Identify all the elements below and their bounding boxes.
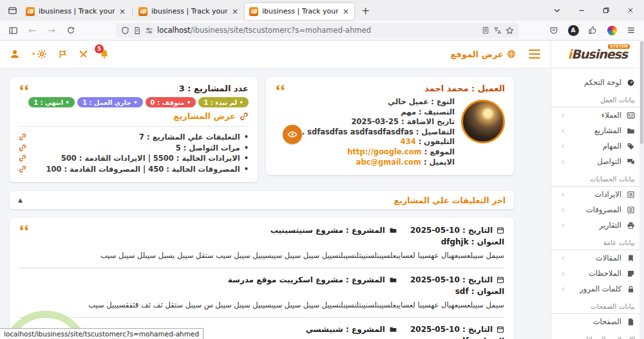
sidebar-hamburger-icon[interactable] bbox=[529, 50, 540, 59]
globe-icon bbox=[507, 50, 516, 59]
sidebar-item-tasks[interactable]: المهام bbox=[551, 138, 644, 154]
view-client-eye-button[interactable] bbox=[283, 125, 302, 144]
tab-close-icon[interactable]: × bbox=[342, 7, 350, 16]
email-link[interactable]: abc@gmail.com bbox=[356, 158, 421, 167]
view-projects-link[interactable]: عرض المشاريع bbox=[19, 111, 249, 121]
shield-icon[interactable] bbox=[121, 26, 129, 35]
comment-item: التاريخ : 10-05-2025 المشروع : مشروع سني… bbox=[19, 226, 504, 261]
badge-in-progress: جاري العمل : 1 bbox=[77, 97, 143, 107]
chevron-left-icon bbox=[560, 159, 566, 165]
client-row-date-added: تاريخ الاضافة : 25-03-2025 bbox=[296, 117, 455, 127]
notification-count-badge: 5 bbox=[95, 44, 104, 53]
divider bbox=[19, 317, 504, 318]
back-button[interactable]: ← bbox=[24, 23, 40, 37]
notifications-bell-icon[interactable]: 5 bbox=[99, 49, 109, 59]
divider bbox=[19, 126, 249, 127]
ledger-icon bbox=[627, 206, 635, 214]
chevron-left-icon bbox=[560, 286, 566, 292]
bookmark-star-icon[interactable] bbox=[506, 26, 514, 35]
sidebar-section-work: بيانات العمل bbox=[551, 90, 644, 107]
user-icon[interactable] bbox=[10, 49, 20, 59]
browser-tab-2[interactable]: iB ibusiness | Track your work with × bbox=[134, 3, 243, 20]
view-site-link[interactable]: عرض الموقع bbox=[450, 50, 516, 59]
folder-icon bbox=[389, 226, 397, 234]
brand-area: iBusinessSYSTEM bbox=[551, 41, 644, 68]
firefox-view-button[interactable] bbox=[4, 3, 21, 18]
sidebar-item-notes[interactable]: الملاحظات bbox=[551, 266, 644, 281]
browser-tab-bar: iB ibusiness | Track your work with × iB… bbox=[0, 0, 644, 21]
stat-revenues: الايرادات الحالية : 5500 | الايرادات الق… bbox=[19, 153, 249, 164]
header-quick-icons: 5 bbox=[0, 49, 109, 59]
sidebar-item-expenses[interactable]: المصروفات bbox=[551, 202, 644, 217]
tab-title: ibusiness | Track your work with bbox=[151, 7, 227, 15]
permissions-icon[interactable] bbox=[145, 26, 153, 35]
client-row-email: الايميل : abc@gmail.com bbox=[296, 158, 455, 168]
badge-stopped: متوقف : 0 bbox=[146, 97, 196, 107]
tags-icon bbox=[627, 142, 635, 151]
phone-link[interactable]: 434 bbox=[401, 137, 416, 146]
browser-menu-icon[interactable] bbox=[623, 23, 639, 37]
link-chain-icon bbox=[240, 112, 249, 121]
badge-not-started: لم تبدء : 1 bbox=[198, 97, 249, 107]
ledger-icon bbox=[627, 190, 635, 199]
calendar-icon bbox=[497, 226, 504, 234]
restore-button[interactable] bbox=[596, 2, 616, 19]
comment-date: التاريخ : 10-05-2025 bbox=[410, 325, 493, 334]
client-row-website: الموقع : http://google.com bbox=[296, 147, 455, 158]
browser-tab-1[interactable]: iB ibusiness | Track your work with × bbox=[21, 3, 131, 20]
link-chain-icon[interactable] bbox=[19, 133, 26, 141]
reader-view-icon[interactable] bbox=[482, 26, 489, 34]
url-text: localhost/ibusiness/site/tscustomerc?s=m… bbox=[157, 26, 478, 35]
extension-colorwheel-icon[interactable] bbox=[604, 23, 620, 37]
client-row-category: التصنيف : مهم bbox=[296, 107, 455, 118]
translate-icon[interactable] bbox=[493, 26, 502, 35]
flag-icon[interactable] bbox=[58, 50, 68, 59]
browser-nav-bar: ← → localhost/ibusiness/site/tscustomerc… bbox=[0, 21, 644, 41]
main-content: العميل : محمد احمد النوع : عميل حالي الت… bbox=[0, 68, 551, 339]
client-row-phone: التليفون : 434 bbox=[296, 137, 455, 147]
chevron-left-icon bbox=[560, 223, 566, 228]
website-link[interactable]: http://google.com bbox=[347, 147, 422, 156]
sidebar-item-passwords[interactable]: كلمات المرور bbox=[551, 281, 644, 297]
sidebar-item-reports[interactable]: التقارير bbox=[551, 217, 644, 233]
tab-close-icon[interactable]: × bbox=[118, 7, 126, 16]
browser-tab-3-active[interactable]: iB ibusiness | Track your work with × bbox=[245, 3, 354, 20]
scrollbar-thumb[interactable] bbox=[640, 41, 643, 144]
sidebar-item-projects[interactable]: المشاريع bbox=[551, 123, 644, 138]
sidebar-item-communication[interactable]: التواصل bbox=[551, 154, 644, 169]
comments-icon bbox=[627, 158, 635, 166]
forward-button[interactable]: → bbox=[44, 23, 59, 37]
page-info-icon[interactable] bbox=[133, 26, 141, 35]
page-scrollbar[interactable] bbox=[639, 40, 644, 339]
chevron-left-icon bbox=[560, 207, 566, 213]
close-window-button[interactable] bbox=[621, 2, 640, 19]
chevron-left-icon bbox=[560, 192, 566, 197]
chevron-left-icon bbox=[560, 271, 566, 277]
site-favicon: iB bbox=[26, 7, 35, 16]
list-all-tabs-button[interactable] bbox=[547, 2, 567, 19]
minimize-button[interactable] bbox=[572, 2, 591, 19]
link-chain-icon[interactable] bbox=[19, 144, 26, 152]
settings-gear-icon[interactable] bbox=[31, 49, 47, 59]
sidebar-toggle-icon[interactable] bbox=[5, 23, 21, 37]
client-row-type: النوع : عميل حالي bbox=[296, 97, 455, 107]
link-chain-icon[interactable] bbox=[19, 154, 26, 162]
new-tab-button[interactable]: + bbox=[355, 5, 376, 17]
sidebar-item-articles[interactable]: المقالات bbox=[551, 250, 644, 266]
url-bar[interactable]: localhost/ibusiness/site/tscustomerc?s=m… bbox=[116, 23, 519, 38]
sidebar-item-dashboard[interactable]: لوحة التحكم bbox=[551, 75, 644, 90]
link-chain-icon[interactable] bbox=[19, 165, 26, 173]
comment-date: التاريخ : 10-05-2025 bbox=[410, 275, 493, 284]
pocket-icon[interactable] bbox=[546, 23, 562, 37]
tab-close-icon[interactable]: × bbox=[231, 7, 239, 16]
collapse-triangle-icon[interactable]: ▲ bbox=[18, 197, 23, 203]
reload-button[interactable] bbox=[63, 23, 79, 37]
sidebar-item-pages[interactable]: الصفحات bbox=[551, 314, 644, 329]
comment-title: العنوان : sdf bbox=[19, 287, 504, 296]
account-profile-icon[interactable]: A bbox=[565, 23, 581, 37]
extension-thumb-icon[interactable] bbox=[585, 23, 600, 37]
sidebar-item-clients[interactable]: العملاء bbox=[551, 107, 644, 123]
sidebar-item-revenues[interactable]: الايرادات bbox=[551, 187, 644, 202]
tools-icon[interactable] bbox=[79, 50, 88, 59]
folder-icon bbox=[389, 276, 397, 284]
